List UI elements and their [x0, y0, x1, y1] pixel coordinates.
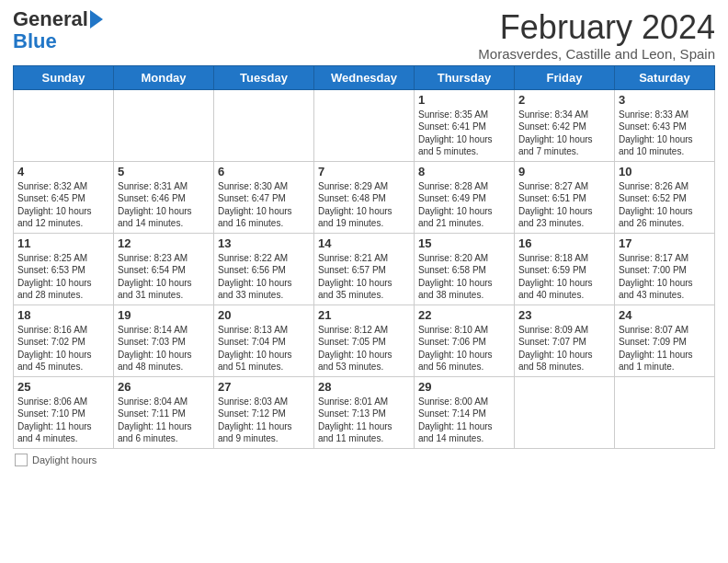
calendar-cell: 17Sunrise: 8:17 AMSunset: 7:00 PMDayligh…	[615, 233, 715, 304]
day-info: Sunrise: 8:16 AMSunset: 7:02 PMDaylight:…	[17, 324, 109, 373]
calendar-cell: 21Sunrise: 8:12 AMSunset: 7:05 PMDayligh…	[314, 304, 415, 376]
calendar-header-tuesday: Tuesday	[214, 65, 314, 89]
day-info: Sunrise: 8:27 AMSunset: 6:51 PMDaylight:…	[518, 180, 610, 230]
day-info: Sunrise: 8:28 AMSunset: 6:49 PMDaylight:…	[418, 180, 510, 230]
day-info: Sunrise: 8:23 AMSunset: 6:54 PMDaylight:…	[118, 252, 210, 302]
calendar-cell: 2Sunrise: 8:34 AMSunset: 6:42 PMDaylight…	[515, 89, 615, 161]
day-info: Sunrise: 8:13 AMSunset: 7:04 PMDaylight:…	[218, 324, 310, 373]
day-info: Sunrise: 8:22 AMSunset: 6:56 PMDaylight:…	[218, 252, 310, 302]
calendar-cell: 27Sunrise: 8:03 AMSunset: 7:12 PMDayligh…	[214, 376, 314, 448]
page-container: General Blue February 2024 Morasverdes, …	[0, 0, 728, 472]
day-info: Sunrise: 8:12 AMSunset: 7:05 PMDaylight:…	[318, 324, 410, 373]
day-number: 10	[619, 165, 711, 178]
day-info: Sunrise: 8:17 AMSunset: 7:00 PMDaylight:…	[619, 252, 711, 302]
day-info: Sunrise: 8:20 AMSunset: 6:58 PMDaylight:…	[418, 252, 510, 302]
calendar-cell	[314, 89, 415, 161]
day-info: Sunrise: 8:25 AMSunset: 6:53 PMDaylight:…	[17, 252, 109, 302]
logo: General Blue	[13, 9, 103, 53]
day-info: Sunrise: 8:18 AMSunset: 6:59 PMDaylight:…	[518, 252, 610, 302]
day-number: 24	[619, 308, 711, 322]
calendar-week-2: 4Sunrise: 8:32 AMSunset: 6:45 PMDaylight…	[14, 161, 715, 233]
day-number: 4	[17, 165, 109, 178]
calendar-cell: 11Sunrise: 8:25 AMSunset: 6:53 PMDayligh…	[14, 233, 114, 304]
day-info: Sunrise: 8:10 AMSunset: 7:06 PMDaylight:…	[418, 324, 510, 373]
calendar-cell: 10Sunrise: 8:26 AMSunset: 6:52 PMDayligh…	[615, 161, 715, 233]
day-number: 23	[518, 308, 610, 322]
day-info: Sunrise: 8:01 AMSunset: 7:13 PMDaylight:…	[318, 396, 410, 445]
calendar-cell: 25Sunrise: 8:06 AMSunset: 7:10 PMDayligh…	[14, 376, 114, 448]
day-info: Sunrise: 8:14 AMSunset: 7:03 PMDaylight:…	[118, 324, 210, 373]
day-info: Sunrise: 8:04 AMSunset: 7:11 PMDaylight:…	[118, 396, 210, 445]
day-number: 7	[318, 165, 410, 178]
day-number: 27	[218, 380, 310, 394]
day-info: Sunrise: 8:35 AMSunset: 6:41 PMDaylight:…	[418, 109, 510, 158]
title-block: February 2024 Morasverdes, Castille and …	[478, 9, 715, 62]
day-number: 15	[418, 236, 510, 250]
calendar-cell: 18Sunrise: 8:16 AMSunset: 7:02 PMDayligh…	[14, 304, 114, 376]
day-info: Sunrise: 8:30 AMSunset: 6:47 PMDaylight:…	[218, 180, 310, 230]
calendar-week-3: 11Sunrise: 8:25 AMSunset: 6:53 PMDayligh…	[14, 233, 715, 304]
day-info: Sunrise: 8:31 AMSunset: 6:46 PMDaylight:…	[118, 180, 210, 230]
calendar-cell: 5Sunrise: 8:31 AMSunset: 6:46 PMDaylight…	[114, 161, 214, 233]
calendar-cell: 20Sunrise: 8:13 AMSunset: 7:04 PMDayligh…	[214, 304, 314, 376]
calendar-cell	[615, 376, 715, 448]
calendar-cell: 24Sunrise: 8:07 AMSunset: 7:09 PMDayligh…	[615, 304, 715, 376]
calendar-cell: 23Sunrise: 8:09 AMSunset: 7:07 PMDayligh…	[515, 304, 615, 376]
day-number: 26	[118, 380, 210, 394]
day-number: 17	[619, 236, 711, 250]
calendar-cell: 22Sunrise: 8:10 AMSunset: 7:06 PMDayligh…	[415, 304, 515, 376]
calendar-cell: 19Sunrise: 8:14 AMSunset: 7:03 PMDayligh…	[114, 304, 214, 376]
day-number: 3	[619, 93, 711, 107]
day-number: 5	[118, 165, 210, 178]
daylight-legend-box	[15, 454, 28, 466]
day-info: Sunrise: 8:26 AMSunset: 6:52 PMDaylight:…	[619, 180, 711, 230]
calendar-cell: 26Sunrise: 8:04 AMSunset: 7:11 PMDayligh…	[114, 376, 214, 448]
day-number: 18	[17, 308, 109, 322]
calendar-cell: 3Sunrise: 8:33 AMSunset: 6:43 PMDaylight…	[615, 89, 715, 161]
day-number: 22	[418, 308, 510, 322]
daylight-legend-label: Daylight hours	[32, 454, 97, 465]
calendar-header-monday: Monday	[114, 65, 214, 89]
day-number: 21	[318, 308, 410, 322]
day-number: 6	[218, 165, 310, 178]
day-number: 14	[318, 236, 410, 250]
day-number: 16	[518, 236, 610, 250]
calendar-cell: 15Sunrise: 8:20 AMSunset: 6:58 PMDayligh…	[415, 233, 515, 304]
calendar-header-thursday: Thursday	[415, 65, 515, 89]
day-number: 25	[17, 380, 109, 394]
day-info: Sunrise: 8:00 AMSunset: 7:14 PMDaylight:…	[418, 396, 510, 445]
day-info: Sunrise: 8:06 AMSunset: 7:10 PMDaylight:…	[17, 396, 109, 445]
calendar-header-row: SundayMondayTuesdayWednesdayThursdayFrid…	[14, 65, 715, 89]
calendar-week-4: 18Sunrise: 8:16 AMSunset: 7:02 PMDayligh…	[14, 304, 715, 376]
day-info: Sunrise: 8:07 AMSunset: 7:09 PMDaylight:…	[619, 324, 711, 373]
day-info: Sunrise: 8:34 AMSunset: 6:42 PMDaylight:…	[518, 109, 610, 158]
calendar-cell: 9Sunrise: 8:27 AMSunset: 6:51 PMDaylight…	[515, 161, 615, 233]
calendar-week-5: 25Sunrise: 8:06 AMSunset: 7:10 PMDayligh…	[14, 376, 715, 448]
day-number: 20	[218, 308, 310, 322]
calendar-cell: 29Sunrise: 8:00 AMSunset: 7:14 PMDayligh…	[415, 376, 515, 448]
header: General Blue February 2024 Morasverdes, …	[13, 9, 715, 62]
calendar-cell: 7Sunrise: 8:29 AMSunset: 6:48 PMDaylight…	[314, 161, 415, 233]
calendar-cell	[214, 89, 314, 161]
calendar-week-1: 1Sunrise: 8:35 AMSunset: 6:41 PMDaylight…	[14, 89, 715, 161]
calendar-cell: 1Sunrise: 8:35 AMSunset: 6:41 PMDaylight…	[415, 89, 515, 161]
day-info: Sunrise: 8:03 AMSunset: 7:12 PMDaylight:…	[218, 396, 310, 445]
calendar-cell: 4Sunrise: 8:32 AMSunset: 6:45 PMDaylight…	[14, 161, 114, 233]
day-number: 29	[418, 380, 510, 394]
day-number: 12	[118, 236, 210, 250]
main-title: February 2024	[478, 9, 715, 46]
calendar-cell: 14Sunrise: 8:21 AMSunset: 6:57 PMDayligh…	[314, 233, 415, 304]
footer: Daylight hours	[13, 454, 715, 466]
calendar-table: SundayMondayTuesdayWednesdayThursdayFrid…	[13, 65, 715, 449]
day-info: Sunrise: 8:21 AMSunset: 6:57 PMDaylight:…	[318, 252, 410, 302]
day-number: 28	[318, 380, 410, 394]
day-number: 2	[518, 93, 610, 107]
calendar-cell: 13Sunrise: 8:22 AMSunset: 6:56 PMDayligh…	[214, 233, 314, 304]
calendar-cell: 12Sunrise: 8:23 AMSunset: 6:54 PMDayligh…	[114, 233, 214, 304]
calendar-cell: 8Sunrise: 8:28 AMSunset: 6:49 PMDaylight…	[415, 161, 515, 233]
day-info: Sunrise: 8:29 AMSunset: 6:48 PMDaylight:…	[318, 180, 410, 230]
calendar-cell	[114, 89, 214, 161]
logo-general: General	[13, 9, 88, 29]
day-info: Sunrise: 8:33 AMSunset: 6:43 PMDaylight:…	[619, 109, 711, 158]
logo-blue: Blue	[13, 29, 57, 53]
